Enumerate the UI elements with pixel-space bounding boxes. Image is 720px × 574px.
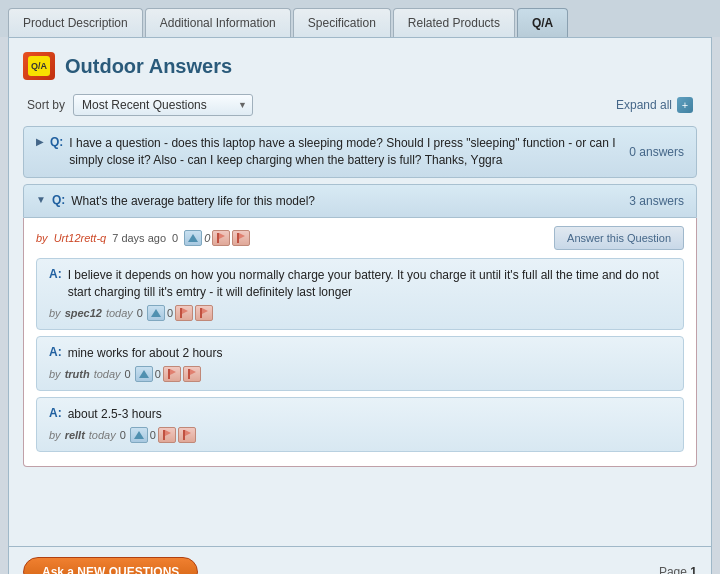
by-prefix: by <box>36 232 48 244</box>
answer-item-1: A: I believe it depends on how you norma… <box>36 258 684 330</box>
qa-main-content: Q/A Outdoor Answers Sort by Most Recent … <box>8 37 712 547</box>
page-prefix: Page <box>659 565 687 574</box>
svg-rect-3 <box>237 233 239 243</box>
answer-time-3: today <box>89 429 116 441</box>
tab-qa[interactable]: Q/A <box>517 8 568 37</box>
answer-time-2: today <box>94 368 121 380</box>
tab-additional-information[interactable]: Additional Information <box>145 8 291 37</box>
a-text-3: about 2.5-3 hours <box>68 406 162 423</box>
question-text-1: I have a question - does this laptop hav… <box>69 135 619 169</box>
question-item-1: ▶ Q: I have a question - does this lapto… <box>23 126 697 178</box>
question-toggle-2: ▼ <box>36 194 46 205</box>
answer-vote-up-1[interactable] <box>147 305 165 321</box>
answer-flag2-1[interactable] <box>195 305 213 321</box>
svg-rect-18 <box>183 430 185 440</box>
vote-icons: 0 <box>184 230 250 246</box>
answer-item-2: A: mine works for about 2 hours by truth… <box>36 336 684 391</box>
asker-time: 7 days ago <box>112 232 166 244</box>
sort-label: Sort by <box>27 98 65 112</box>
sort-select-wrap: Most Recent Questions Most Voted Questio… <box>73 94 253 116</box>
svg-rect-16 <box>163 430 165 440</box>
question-item-2: ▼ Q: What's the average battery life for… <box>23 184 697 467</box>
answer-meta-3: by relIt today 0 0 <box>49 427 671 443</box>
answer-vote-up-2[interactable] <box>135 366 153 382</box>
answer-question-btn[interactable]: Answer this Question <box>554 226 684 250</box>
svg-marker-4 <box>239 233 245 239</box>
svg-marker-14 <box>190 369 196 375</box>
svg-marker-0 <box>188 234 198 242</box>
answer-by-prefix-1: by <box>49 307 61 319</box>
question-label-1: Q: <box>50 135 63 149</box>
answer-by-prefix-3: by <box>49 429 61 441</box>
vote-count: 0 <box>204 232 210 244</box>
answer-flag-1[interactable] <box>175 305 193 321</box>
svg-marker-15 <box>134 431 144 439</box>
asker-row: by Urt12rett-q 7 days ago 0 0 <box>36 226 684 250</box>
tab-specification[interactable]: Specification <box>293 8 391 37</box>
answers-list: A: I believe it depends on how you norma… <box>36 258 684 451</box>
a-label-1: A: <box>49 267 62 281</box>
svg-marker-5 <box>151 309 161 317</box>
svg-marker-12 <box>170 369 176 375</box>
answer-votes-1: 0 <box>137 307 143 319</box>
flag-btn[interactable] <box>212 230 230 246</box>
question-text-2: What's the average battery life for this… <box>71 193 315 210</box>
ask-question-btn[interactable]: Ask a NEW QUESTIONS <box>23 557 198 574</box>
question-answers-count-1: 0 answers <box>629 145 684 159</box>
sort-select[interactable]: Most Recent Questions Most Voted Questio… <box>73 94 253 116</box>
qa-title: Outdoor Answers <box>65 55 232 78</box>
asker-info: by Urt12rett-q 7 days ago 0 0 <box>36 230 250 246</box>
bottom-bar: Ask a NEW QUESTIONS Page 1 <box>8 547 712 574</box>
svg-marker-10 <box>139 370 149 378</box>
sort-bar-left: Sort by Most Recent Questions Most Voted… <box>27 94 253 116</box>
question-label-2: Q: <box>52 193 65 207</box>
answer-flag2-2[interactable] <box>183 366 201 382</box>
answer-vote-icons-1: 0 <box>147 305 213 321</box>
tab-related-products[interactable]: Related Products <box>393 8 515 37</box>
qa-logo: Q/A <box>23 52 55 80</box>
sort-bar: Sort by Most Recent Questions Most Voted… <box>23 94 697 116</box>
svg-rect-13 <box>188 369 190 379</box>
question-left-1: ▶ Q: I have a question - does this lapto… <box>36 135 619 169</box>
answer-vote-icons-3: 0 <box>130 427 196 443</box>
question-header-1[interactable]: ▶ Q: I have a question - does this lapto… <box>23 126 697 178</box>
answer-by-prefix-2: by <box>49 368 61 380</box>
answer-votes-3: 0 <box>120 429 126 441</box>
question-expanded-2: by Urt12rett-q 7 days ago 0 0 <box>23 218 697 466</box>
answer-vote-up-3[interactable] <box>130 427 148 443</box>
expand-all-icon: + <box>677 97 693 113</box>
svg-marker-9 <box>202 308 208 314</box>
answer-flag-3[interactable] <box>158 427 176 443</box>
answer-by-name-2: truth <box>65 368 90 380</box>
a-label-3: A: <box>49 406 62 420</box>
question-answers-count-2: 3 answers <box>629 194 684 208</box>
svg-rect-11 <box>168 369 170 379</box>
answer-meta-1: by spec12 today 0 0 <box>49 305 671 321</box>
answer-meta-2: by truth today 0 0 <box>49 366 671 382</box>
tab-product-description[interactable]: Product Description <box>8 8 143 37</box>
page-number: 1 <box>690 565 697 574</box>
answer-flag-2[interactable] <box>163 366 181 382</box>
question-header-2[interactable]: ▼ Q: What's the average battery life for… <box>23 184 697 219</box>
answer-flag2-3[interactable] <box>178 427 196 443</box>
svg-marker-17 <box>165 430 171 436</box>
svg-marker-7 <box>182 308 188 314</box>
flag2-btn[interactable] <box>232 230 250 246</box>
question-left-2: ▼ Q: What's the average battery life for… <box>36 193 619 210</box>
qa-header: Q/A Outdoor Answers <box>23 52 697 80</box>
svg-rect-8 <box>200 308 202 318</box>
svg-marker-19 <box>185 430 191 436</box>
expand-all[interactable]: Expand all + <box>616 97 693 113</box>
answer-vote-icons-2: 0 <box>135 366 201 382</box>
answer-header-1: A: I believe it depends on how you norma… <box>49 267 671 301</box>
asker-name: Urt12rett-q <box>54 232 107 244</box>
answer-votes-2: 0 <box>125 368 131 380</box>
asker-votes: 0 <box>172 232 178 244</box>
question-toggle-1: ▶ <box>36 136 44 147</box>
page-info: Page 1 <box>659 565 697 574</box>
tabs-bar: Product Description Additional Informati… <box>0 0 720 37</box>
svg-marker-2 <box>219 233 225 239</box>
answer-item-3: A: about 2.5-3 hours by relIt today 0 0 <box>36 397 684 452</box>
vote-up-btn[interactable] <box>184 230 202 246</box>
answer-by-name-3: relIt <box>65 429 85 441</box>
